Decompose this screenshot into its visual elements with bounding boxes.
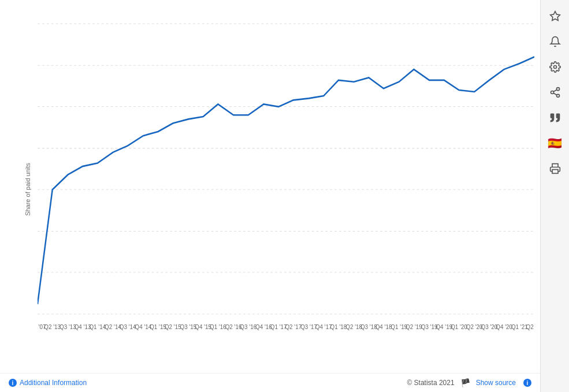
y-axis-label: Share of paid units — [24, 163, 31, 216]
svg-text:Q4 '20: Q4 '20 — [496, 324, 512, 330]
svg-point-51 — [553, 66, 556, 69]
svg-line-55 — [553, 93, 557, 95]
svg-marker-50 — [550, 12, 560, 21]
svg-rect-57 — [552, 170, 558, 174]
copyright-text: © Statista 2021 — [407, 379, 454, 387]
bell-button[interactable] — [545, 31, 566, 52]
additional-info-button[interactable]: i Additional Information — [9, 379, 87, 387]
chart-area: Share of paid units 25% 3 — [0, 0, 540, 392]
svg-text:Q1 '20: Q1 '20 — [451, 324, 467, 330]
svg-text:Q1 '16: Q1 '16 — [210, 324, 226, 330]
svg-text:Q2 '13: Q2 '13 — [44, 324, 61, 330]
svg-text:Q2 '17: Q2 '17 — [285, 324, 302, 330]
flag-button[interactable]: 🇪🇸 — [545, 133, 566, 154]
info-icon: i — [9, 379, 17, 387]
quote-button[interactable] — [545, 107, 566, 128]
chart-svg: 25% 30% 35% 40% 45% 50% 55% 60% Q2 '07 Q… — [38, 12, 534, 338]
gear-button[interactable] — [545, 57, 566, 77]
svg-text:Q2 '21: Q2 '21 — [526, 324, 534, 330]
sidebar: 🇪🇸 — [540, 0, 569, 392]
share-button[interactable] — [545, 82, 566, 103]
svg-line-56 — [553, 89, 557, 91]
footer-right: © Statista 2021 🏴 Show source i — [407, 378, 531, 387]
additional-info-label: Additional Information — [20, 379, 87, 387]
chart-wrapper: Share of paid units 25% 3 — [0, 6, 540, 373]
print-button[interactable] — [545, 158, 566, 179]
star-button[interactable] — [545, 6, 566, 27]
svg-point-53 — [551, 91, 553, 94]
svg-text:Q2 '19: Q2 '19 — [406, 324, 422, 330]
svg-text:Q3 '14: Q3 '14 — [120, 324, 136, 330]
svg-text:Q4 '18: Q4 '18 — [375, 324, 392, 330]
show-source-button[interactable]: Show source — [476, 379, 516, 387]
svg-text:Q3 '16: Q3 '16 — [240, 324, 256, 330]
chart-line — [38, 57, 534, 304]
svg-point-54 — [556, 94, 559, 97]
show-source-info-icon[interactable]: i — [523, 379, 531, 387]
flag-small: 🏴 — [460, 378, 470, 387]
footer: i Additional Information © Statista 2021… — [0, 373, 540, 392]
svg-point-52 — [556, 88, 559, 91]
main-container: Share of paid units 25% 3 — [0, 0, 569, 392]
svg-text:Q1 '14: Q1 '14 — [89, 324, 106, 330]
svg-text:Q1 '18: Q1 '18 — [330, 324, 347, 330]
svg-text:Q2 '15: Q2 '15 — [165, 324, 181, 330]
